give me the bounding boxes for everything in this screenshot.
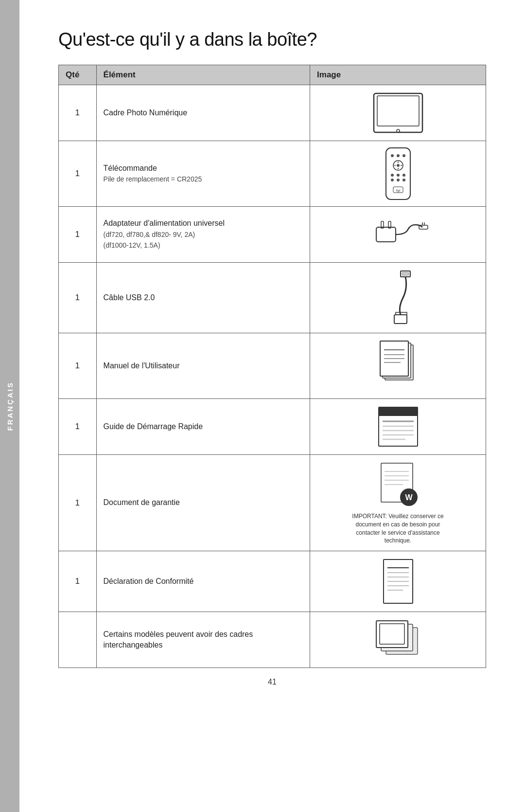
image-6 [310,399,486,455]
svg-rect-28 [402,272,409,275]
qty-6: 1 [59,399,97,455]
header-qty: Qté [59,65,97,85]
content-table: Qté Élément Image 1 Cadre Photo Numériqu… [58,65,486,668]
header-image: Image [310,65,486,85]
table-row: 1 Cadre Photo Numérique [59,85,486,141]
svg-point-13 [391,174,394,177]
image-5 [310,333,486,399]
qty-2: 1 [59,141,97,207]
svg-point-17 [397,179,400,181]
svg-rect-21 [376,227,396,242]
svg-point-6 [402,154,405,157]
svg-point-5 [397,154,400,157]
svg-text:hp: hp [396,188,400,193]
svg-point-18 [402,179,405,181]
svg-point-16 [391,179,394,181]
page-number: 41 [58,678,486,686]
element-8: Déclaration de Conformité [96,551,310,612]
element-5: Manuel de l'Utilisateur [96,333,310,399]
table-row: Certains modèles peuvent avoir des cadre… [59,612,486,668]
qty-1: 1 [59,85,97,141]
svg-text:W: W [405,493,413,502]
svg-point-15 [402,174,405,177]
element-3: Adaptateur d'alimentation universel (df7… [96,207,310,263]
image-1 [310,85,486,141]
svg-rect-38 [379,407,418,416]
element-4: Câble USB 2.0 [96,263,310,333]
svg-point-4 [391,154,394,157]
table-row: 1 Télécommande Pile de remplacement = CR… [59,141,486,207]
qty-7: 1 [59,455,97,551]
element-9: Certains modèles peuvent avoir des cadre… [96,612,310,668]
qty-4: 1 [59,263,97,333]
table-row: 1 Déclaration de Conformité [59,551,486,612]
image-4 [310,263,486,333]
svg-rect-60 [376,621,408,648]
svg-rect-1 [377,96,419,126]
sidebar-label: FRANÇAIS [6,381,14,431]
table-row: 1 Adaptateur d'alimentation universel (d… [59,207,486,263]
sidebar: FRANÇAIS [0,0,19,812]
svg-point-14 [397,174,400,177]
image-2: hp [310,141,486,207]
image-7: W IMPORTANT: Veuillez conserver ce docum… [310,455,486,551]
page-title: Qu'est-ce qu'il y a dans la boîte? [58,29,486,50]
element-2: Télécommande Pile de remplacement = CR20… [96,141,310,207]
image-9 [310,612,486,668]
svg-rect-0 [374,93,422,132]
table-row: 1 Manuel de l'Utilisateur [59,333,486,399]
element-1: Cadre Photo Numérique [96,85,310,141]
qty-9 [59,612,97,668]
qty-8: 1 [59,551,97,612]
image-8 [310,551,486,612]
image-3 [310,207,486,263]
table-row: 1 Câble USB 2.0 [59,263,486,333]
qty-5: 1 [59,333,97,399]
svg-point-8 [397,164,400,167]
element-7: Document de garantie [96,455,310,551]
header-element: Élément [96,65,310,85]
element-6: Guide de Démarrage Rapide [96,399,310,455]
svg-rect-29 [394,315,407,324]
table-row: 1 Guide de Démarrage Rapide [59,399,486,455]
table-row: 1 Document de garantie [59,455,486,551]
qty-3: 1 [59,207,97,263]
